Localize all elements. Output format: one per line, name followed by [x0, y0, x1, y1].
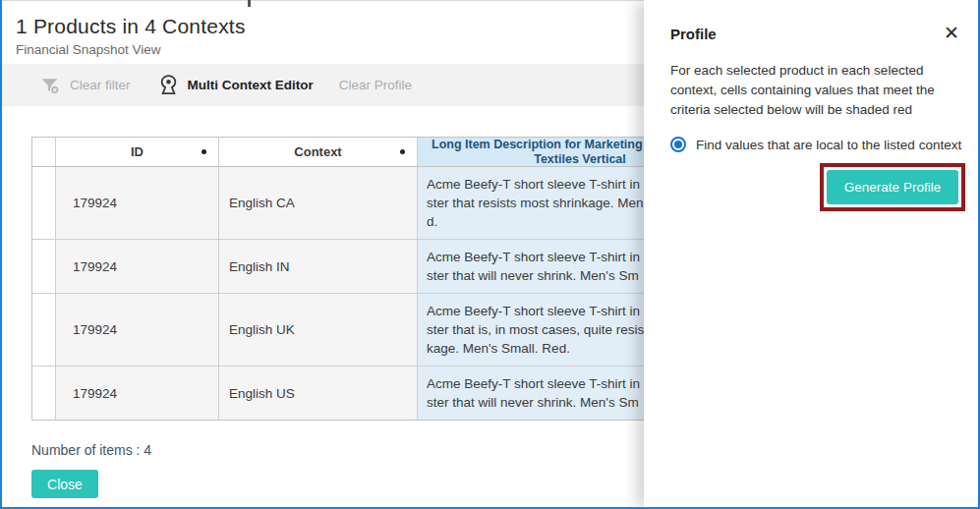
close-button[interactable]: Close [31, 470, 98, 498]
clear-filter-label: Clear filter [70, 78, 131, 92]
clear-profile-button[interactable]: Clear Profile [339, 78, 412, 92]
page-title: 1 Products in 4 Contexts [16, 15, 246, 38]
row-selector-cell[interactable] [32, 167, 56, 239]
generate-profile-button[interactable]: Generate Profile [827, 170, 958, 204]
context-cell: English IN [219, 240, 418, 293]
top-edge-artifact [248, 0, 251, 7]
page-subtitle: Financial Snapshot View [16, 42, 246, 57]
context-pin-icon [158, 74, 179, 96]
table-body: 179924 English CA Acme Beefy-T short sle… [32, 167, 742, 420]
context-cell: English CA [219, 167, 418, 239]
table-row[interactable]: 179924 English IN Acme Beefy-T short sle… [32, 240, 742, 294]
radio-local-values-option[interactable]: Find values that are local to the listed… [670, 137, 978, 152]
context-cell: English US [219, 367, 418, 420]
radio-label: Find values that are local to the listed… [696, 138, 961, 152]
close-icon[interactable]: ✕ [944, 24, 959, 42]
multi-context-editor-window: 1 Products in 4 Contexts Financial Snaps… [0, 0, 980, 509]
id-column-header[interactable]: ID [56, 138, 219, 166]
id-cell: 179924 [56, 167, 219, 239]
row-selector-cell[interactable] [32, 294, 56, 366]
context-filter-dot-icon[interactable] [400, 149, 405, 154]
selector-column-header [32, 138, 56, 166]
profile-panel: Profile ✕ For each selected product in e… [644, 0, 978, 507]
multi-context-editor-button[interactable]: Multi Context Editor [158, 74, 314, 96]
profile-description: For each selected product in each select… [670, 61, 978, 120]
row-selector-cell[interactable] [32, 240, 56, 293]
id-filter-dot-icon[interactable] [202, 149, 206, 154]
products-table: ID Context Long Item Description for Mar… [31, 137, 743, 421]
table-header-row: ID Context Long Item Description for Mar… [32, 138, 742, 167]
context-column-label: Context [294, 144, 341, 159]
id-cell: 179924 [56, 294, 219, 366]
top-border-line [2, 0, 726, 1]
multi-context-editor-label: Multi Context Editor [188, 78, 314, 92]
profile-description-line: criteria selected below will be shaded r… [670, 100, 978, 120]
table-row[interactable]: 179924 English UK Acme Beefy-T short sle… [32, 294, 742, 367]
annotation-highlight-box: Generate Profile [820, 163, 965, 211]
table-row[interactable]: 179924 English CA Acme Beefy-T short sle… [32, 167, 742, 240]
id-cell: 179924 [56, 240, 219, 293]
id-column-label: ID [131, 144, 144, 159]
page-header: 1 Products in 4 Contexts Financial Snaps… [16, 15, 246, 57]
context-column-header[interactable]: Context [219, 138, 418, 166]
id-cell: 179924 [56, 367, 219, 420]
filter-clear-icon [39, 75, 61, 96]
clear-profile-label: Clear Profile [339, 78, 412, 92]
radio-selected-icon[interactable] [670, 137, 686, 152]
clear-filter-button[interactable]: Clear filter [39, 75, 131, 96]
context-cell: English UK [219, 294, 418, 366]
table-row[interactable]: 179924 English US Acme Beefy-T short sle… [32, 367, 742, 420]
profile-description-line: context, cells containing values that me… [670, 81, 978, 100]
profile-panel-title: Profile [670, 26, 978, 42]
items-count-label: Number of items : 4 [31, 442, 151, 458]
row-selector-cell[interactable] [32, 367, 56, 420]
profile-description-line: For each selected product in each select… [670, 61, 978, 81]
